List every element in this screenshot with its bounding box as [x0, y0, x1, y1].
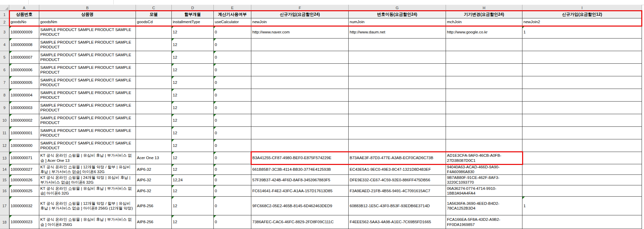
cell-B10[interactable]: SAMPLE PRODUCT SAMPLE PRODUCT SAMPLE PRO… [39, 114, 136, 127]
cell-E11[interactable]: 0 [214, 127, 251, 139]
cell-B17[interactable]: KT 공식 온라인 쇼핑몰 | 12개월 약정 / 할부 | 유심비 후납 | … [39, 197, 136, 215]
cell-G8[interactable] [349, 89, 446, 102]
cell-G13[interactable]: B73AAE3F-87D3-477E-A3AB-ECF0CAD6C73B [349, 152, 446, 164]
cell-C12[interactable] [136, 139, 172, 152]
cell-E1[interactable]: 계산기사용여부 [214, 11, 251, 18]
cell-B7[interactable]: SAMPLE PRODUCT SAMPLE PRODUCT SAMPLE PRO… [39, 76, 136, 89]
cell-H5[interactable] [446, 51, 522, 64]
cell-E3[interactable]: 0 [214, 26, 251, 39]
cell-C8[interactable] [136, 89, 172, 102]
cell-E8[interactable]: 0 [214, 89, 251, 102]
cell-F13[interactable]: B3A41255-CF87-4980-BEF0-E875F574229E [251, 152, 349, 164]
cell-F10[interactable] [251, 114, 349, 127]
cell-A7[interactable]: 1000000005 [9, 76, 39, 89]
row-header-9[interactable]: 9 [0, 102, 9, 114]
cell-C4[interactable] [136, 39, 172, 51]
row-header-14[interactable]: 14 [0, 164, 9, 175]
cell-D15[interactable]: 12,24 [172, 175, 214, 185]
cell-G10[interactable] [349, 114, 446, 127]
cell-D3[interactable]: 12 [172, 26, 214, 39]
row-header-15[interactable]: 15 [0, 175, 9, 185]
cell-F14[interactable]: 661B85B7-3C3B-4114-BB30-3774E412593B [251, 164, 349, 175]
cell-F1[interactable]: 신규가입(요금할인24) [251, 11, 349, 18]
cell-D10[interactable]: 12 [172, 114, 214, 127]
cell-F16[interactable]: FC614641-F4E2-43FC-A1AA-157D17613D85 [251, 185, 349, 197]
cell-I5[interactable] [522, 51, 642, 64]
cell-E16[interactable]: 0 [214, 185, 251, 197]
cell-E14[interactable]: 0 [214, 164, 251, 175]
cell-B13[interactable]: KT 공식 온라인 쇼핑몰 | 유심비 후납 | 부가서비스 없슴 ] Acer… [39, 152, 136, 164]
cell-G4[interactable] [349, 39, 446, 51]
cell-H3[interactable]: http://www.google.co.kr [446, 26, 522, 39]
cell-C10[interactable] [136, 114, 172, 127]
cell-B18[interactable]: KT 공식 온라인 쇼핑몰 | 유심비 후납 | 부가서비스 없슴 ] 아이폰8… [39, 215, 136, 229]
cell-D14[interactable]: 12 [172, 164, 214, 175]
cell-G1[interactable]: 번호이동(요금할인24) [349, 11, 446, 18]
cell-H7[interactable] [446, 76, 522, 89]
cell-F7[interactable] [251, 76, 349, 89]
cell-A4[interactable]: 1000000008 [9, 39, 39, 51]
cell-A15[interactable]: 1000000026 [9, 175, 39, 185]
cell-D16[interactable]: 12 [172, 185, 214, 197]
cell-C9[interactable] [136, 102, 172, 114]
cell-B9[interactable]: SAMPLE PRODUCT SAMPLE PRODUCT SAMPLE PRO… [39, 102, 136, 114]
row-header-5[interactable]: 5 [0, 51, 9, 64]
cell-F18[interactable]: 7386AFEC-CAC6-46FC-8829-2FD8F09C111C [251, 215, 349, 229]
cell-H4[interactable] [446, 39, 522, 51]
column-header-I[interactable]: I [522, 5, 642, 11]
cell-A6[interactable]: 1000000006 [9, 64, 39, 76]
cell-G5[interactable] [349, 51, 446, 64]
row-header-16[interactable]: 16 [0, 185, 9, 197]
cell-A18[interactable]: 1000000023 [9, 215, 39, 229]
cell-B14[interactable]: KT 공식 온라인 쇼핑몰 | 12개월 약정 / 할부 | 유심비 후납 | … [39, 164, 136, 175]
cell-E2[interactable]: useCalculator [214, 18, 251, 26]
cell-I15[interactable] [522, 175, 642, 185]
select-all-corner[interactable] [0, 5, 9, 11]
cell-C5[interactable] [136, 51, 172, 64]
row-header-8[interactable]: 8 [0, 89, 9, 102]
cell-F6[interactable] [251, 64, 349, 76]
cell-E17[interactable]: 0 [214, 197, 251, 215]
cell-I18[interactable] [522, 215, 642, 229]
cell-C11[interactable] [136, 127, 172, 139]
cell-F11[interactable] [251, 127, 349, 139]
cell-B5[interactable]: SAMPLE PRODUCT SAMPLE PRODUCT SAMPLE PRO… [39, 51, 136, 64]
cell-F2[interactable]: newJoin [251, 18, 349, 26]
cell-B16[interactable]: KT 공식 온라인 쇼핑몰 | 유심비 후납 | 부가서비스 없슴] 아이폰6 … [39, 185, 136, 197]
cell-C3[interactable] [136, 26, 172, 39]
cell-D6[interactable]: 12 [172, 64, 214, 76]
cell-A10[interactable]: 1000000002 [9, 114, 39, 127]
cell-I16[interactable] [522, 185, 642, 197]
column-header-A[interactable]: A [9, 5, 39, 11]
cell-D18[interactable]: 12 [172, 215, 214, 229]
cell-F12[interactable] [251, 139, 349, 152]
cell-C18[interactable]: AIP8-256 [136, 215, 172, 229]
cell-A9[interactable]: 1000000003 [9, 102, 39, 114]
cell-A17[interactable]: 1000000032 [9, 197, 39, 215]
cell-C16[interactable]: AIP6-32 [136, 185, 172, 197]
cell-H12[interactable] [446, 139, 522, 152]
cell-D12[interactable]: 12 [172, 139, 214, 152]
cell-I14[interactable] [522, 164, 642, 175]
cell-G17[interactable]: 60883B12-1E5C-43F0-B53F-93EDB6E3714D [349, 197, 446, 215]
cell-C2[interactable]: goodsCd [136, 18, 172, 26]
cell-I4[interactable] [522, 39, 642, 51]
cell-G12[interactable] [349, 139, 446, 152]
cell-A1[interactable]: 상품번호 [9, 11, 39, 18]
cell-C17[interactable]: AIP8-256 [136, 197, 172, 215]
cell-F17[interactable]: 9FC668C2-05E2-465B-8145-6D462463DED9 [251, 197, 349, 215]
cell-B12[interactable]: SAMPLE PRODUCT SAMPLE PRODUCT SAMPLE PRO… [39, 139, 136, 152]
cell-G9[interactable] [349, 102, 446, 114]
cell-H13[interactable]: AD1E3CFA-9AF0-46CB-A0FB-27D3B087D0C1 [446, 152, 522, 164]
cell-C6[interactable] [136, 64, 172, 76]
cell-B3[interactable]: SAMPLE PRODUCT SAMPLE PRODUCT SAMPLE PRO… [39, 26, 136, 39]
cell-F9[interactable] [251, 102, 349, 114]
row-header-10[interactable]: 10 [0, 114, 9, 127]
cell-H1[interactable]: 기기변경(요금할인24) [446, 11, 522, 18]
cell-E5[interactable]: 0 [214, 51, 251, 64]
cell-A16[interactable]: 1000000025 [9, 185, 39, 197]
column-header-C[interactable]: C [136, 5, 172, 11]
cell-E13[interactable]: 0 [214, 152, 251, 164]
cell-B1[interactable]: 상품명 [39, 11, 136, 18]
cell-H2[interactable]: mchJoin [446, 18, 522, 26]
